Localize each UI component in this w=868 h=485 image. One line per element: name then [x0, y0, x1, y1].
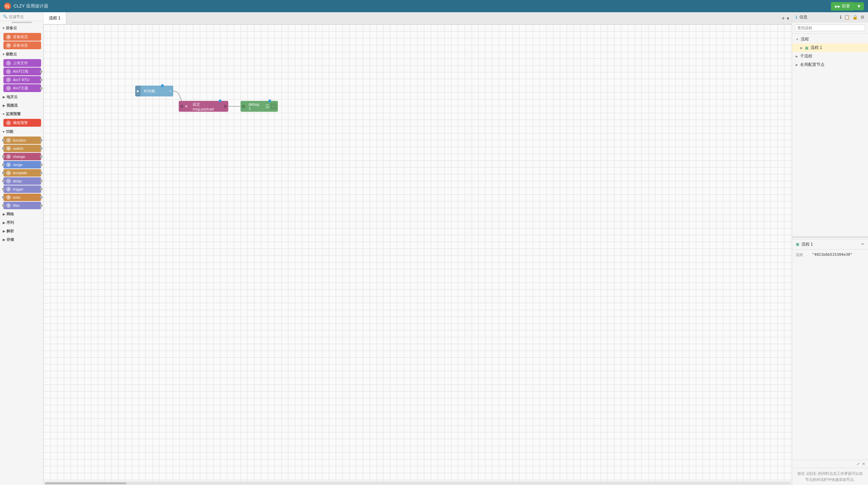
node-debug1[interactable]: debug 1 ☰ □ [241, 101, 278, 112]
set-payload-port-right [224, 105, 227, 108]
info-icon: ℹ [796, 15, 797, 20]
flow-search-input[interactable] [795, 24, 865, 31]
delay-port-right [40, 180, 42, 182]
set-payload-left-icon: ✕ [183, 104, 189, 109]
category-network[interactable]: ▶ 网络 [0, 210, 43, 218]
flow-info-value: "4021b6b515304e30" [812, 252, 852, 257]
right-panel-icons: ℹ 📋 🔒 ⚙ [840, 15, 865, 20]
right-panel-bottom: ▣ 流程 1 ✏ 流程 "4021b6b515304e30" [792, 239, 868, 262]
upload-icon: ↑ [6, 61, 11, 66]
canvas-main[interactable]: ▶ 时间戳 + ✕ 设定 msg.payload debug 1 ☰ [43, 24, 792, 481]
right-panel-icon-info[interactable]: ℹ [840, 15, 842, 20]
node-template[interactable]: {} template [3, 169, 41, 177]
flow-menu-button[interactable]: ▾ [787, 16, 789, 21]
right-panel-icon-settings[interactable]: ⚙ [861, 15, 865, 20]
category-arrow-sequence: ▶ [3, 221, 5, 224]
debug1-menu-icon[interactable]: ☰ [265, 104, 270, 109]
category-video[interactable]: ▶ 视频流 [0, 101, 43, 110]
delay-icon: ○ [6, 179, 11, 183]
deploy-button[interactable]: ▶▶ 部署 [831, 2, 854, 11]
flow-info-title: ▣ 流程 1 [796, 241, 813, 247]
tree-flow1-icon: ▣ [805, 46, 809, 50]
right-panel-search [792, 22, 868, 34]
tree-arrow-global: ▶ [796, 63, 798, 67]
exec-icon: ⚙ [6, 195, 11, 200]
category-arrow-function: ▾ [3, 130, 4, 133]
right-panel-close-icon[interactable]: ✕ [862, 462, 865, 466]
node-function[interactable]: f function [3, 137, 41, 144]
right-panel-hint: 按住 ctrl 的同时点击工作界面可以在节点的对话栏中快速添加节点. [792, 468, 868, 485]
right-panel-icon-clipboard[interactable]: 📋 [844, 15, 850, 20]
tree-arrow-flow: ▼ [796, 38, 799, 41]
node-device-info[interactable]: ⚙ 设备信息 [3, 41, 41, 49]
debug1-toggle[interactable]: □ [270, 103, 277, 109]
node-range[interactable]: ℹ range [3, 161, 41, 168]
category-jishu-cloud[interactable]: ▾ 极数云 [0, 50, 43, 58]
node-trigger[interactable]: ℹ trigger [3, 185, 41, 193]
tree-item-subflow[interactable]: ▶ 子流程 [792, 52, 868, 60]
template-port-left [2, 172, 5, 174]
template-icon: {} [6, 170, 11, 175]
right-panel-expand-icon[interactable]: ⤢ [856, 462, 860, 466]
filter-icon: ℹ [6, 203, 11, 208]
node-device-status[interactable]: ⚙ 设备状态 [3, 33, 41, 41]
node-switch[interactable]: ⇄ switch [3, 145, 41, 152]
debug1-toggle-icon: □ [272, 105, 274, 108]
right-panel-header: ℹ 信息 ℹ 📋 🔒 ⚙ [792, 12, 868, 22]
tree-item-global[interactable]: ▶ 全局配置节点 [792, 60, 868, 69]
tree-item-flow1[interactable]: ▶ ▣ 流程 1 [792, 43, 868, 52]
category-monitor[interactable]: ▾ 监测预警 [0, 110, 43, 118]
node-filter[interactable]: ℹ filter [3, 202, 41, 209]
sidebar-search-input[interactable] [9, 15, 40, 19]
category-function[interactable]: ▾ 功能 [0, 127, 43, 136]
add-flow-button[interactable]: + [782, 15, 785, 21]
node-upload-file[interactable]: ↑ 上传文件 [3, 59, 41, 67]
function-port-right [40, 139, 42, 142]
aiot-rtu-icon: ~ [6, 77, 11, 82]
node-exec[interactable]: ⚙ exec [3, 194, 41, 201]
right-panel-title-text: 信息 [799, 14, 808, 20]
tree-item-flow-root[interactable]: ▼ 流程 [792, 35, 868, 43]
category-arrow-jishu: ▾ [3, 53, 4, 56]
ctrl-key-hint: ctrl [806, 471, 817, 476]
app-header: CL CLZY 应用设计器 ▶▶ 部署 ▼ [0, 0, 868, 12]
flow-info-label: 流程 [796, 252, 809, 257]
canvas-tab-flow1[interactable]: 流程 1 [43, 12, 66, 24]
node-aiot-rtu[interactable]: ~ AIoT RTU [3, 76, 41, 84]
right-panel-icon-lock[interactable]: 🔒 [852, 15, 858, 20]
category-storage[interactable]: ▶ 存储 [0, 235, 43, 244]
app-logo: CL [4, 3, 11, 10]
switch-icon: ⇄ [6, 146, 11, 151]
deploy-dropdown-button[interactable]: ▼ [854, 2, 864, 10]
category-sequence[interactable]: ▶ 序列 [0, 218, 43, 227]
node-change[interactable]: ✕ change [3, 153, 41, 160]
canvas-tabs: 流程 1 + ▾ [43, 12, 792, 24]
right-panel-title: ℹ 信息 [796, 14, 808, 20]
node-threshold-warning[interactable]: ⚠ 阈值预警 [3, 119, 41, 127]
category-arrow-dizai: ▶ [3, 95, 5, 99]
horizontal-scrollbar[interactable] [43, 481, 792, 485]
scrollbar-thumb[interactable] [45, 482, 126, 484]
node-port-right [40, 70, 42, 73]
node-set-payload[interactable]: ✕ 设定 msg.payload [179, 101, 228, 112]
flow-info-edit-icon[interactable]: ✏ [861, 242, 865, 247]
switch-port-left [2, 147, 5, 150]
node-port-right-rtu [40, 78, 42, 81]
timestamp-left-icon: ▶ [137, 89, 139, 93]
template-port-right [40, 172, 42, 174]
aiot-topic-icon: ~ [6, 86, 11, 91]
node-aiot-subscribe[interactable]: ~ AIoT订阅 [3, 68, 41, 75]
node-port-right-topic [40, 87, 42, 90]
category-dizai-cloud[interactable]: ▶ 地灾云 [0, 93, 43, 101]
sidebar-scroll: ▾ 设备云 ⚙ 设备状态 ⚙ 设备信息 ▾ 极数云 ↑ 上传文件 ~ [0, 21, 43, 485]
category-device-cloud[interactable]: ▾ 设备云 [0, 24, 43, 32]
exec-port-right [40, 196, 42, 199]
node-delay[interactable]: ○ delay [3, 177, 41, 185]
scrollbar-track [45, 482, 791, 484]
category-arrow-monitor: ▾ [3, 112, 4, 116]
range-port-right [40, 163, 42, 166]
category-parse[interactable]: ▶ 解析 [0, 227, 43, 235]
node-timestamp[interactable]: ▶ 时间戳 + [135, 86, 173, 96]
trigger-port-right [40, 188, 42, 191]
node-aiot-topic[interactable]: ~ AIoT主题 [3, 84, 41, 92]
